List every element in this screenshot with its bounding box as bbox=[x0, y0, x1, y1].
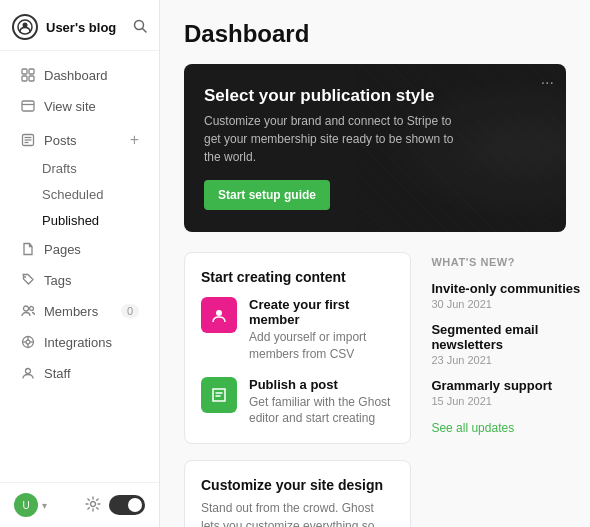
hero-description: Customize your brand and connect to Stri… bbox=[204, 112, 464, 166]
sidebar-item-staff[interactable]: Staff bbox=[6, 358, 153, 388]
svg-point-23 bbox=[26, 369, 31, 374]
news-title-3: Grammarly support bbox=[431, 378, 590, 393]
pages-label: Pages bbox=[44, 242, 81, 257]
hero-banner: ··· Select your publication style Custom… bbox=[184, 64, 566, 232]
svg-rect-7 bbox=[29, 76, 34, 81]
posts-label: Posts bbox=[44, 133, 77, 148]
main-content: Dashboard ··· Select your publication st… bbox=[160, 0, 590, 527]
left-column: Start creating content Create your first… bbox=[184, 252, 411, 527]
create-member-icon-wrap bbox=[201, 297, 237, 333]
svg-rect-8 bbox=[22, 101, 34, 111]
sidebar-item-scheduled[interactable]: Scheduled bbox=[6, 182, 153, 207]
staff-icon bbox=[20, 365, 36, 381]
publish-post-item: Publish a post Get familiar with the Gho… bbox=[201, 377, 394, 428]
news-item-3: Grammarly support 15 Jun 2021 bbox=[431, 378, 590, 407]
svg-point-24 bbox=[91, 501, 96, 506]
customize-desc: Stand out from the crowd. Ghost lets you… bbox=[201, 499, 394, 527]
create-member-desc: Add yourself or import members from CSV bbox=[249, 329, 394, 363]
sidebar-item-view-site[interactable]: View site bbox=[6, 91, 153, 121]
posts-add-icon[interactable]: + bbox=[130, 132, 139, 148]
svg-point-18 bbox=[26, 340, 30, 344]
user-avatar: U bbox=[14, 493, 38, 517]
brand-avatar bbox=[12, 14, 38, 40]
brand-left: User's blog bbox=[12, 14, 116, 40]
scheduled-label: Scheduled bbox=[42, 187, 103, 202]
posts-icon bbox=[20, 132, 36, 148]
members-badge: 0 bbox=[121, 304, 139, 318]
news-title-2: Segmented email newsletters bbox=[431, 322, 590, 352]
sidebar-item-tags[interactable]: Tags bbox=[6, 265, 153, 295]
svg-line-3 bbox=[143, 28, 147, 32]
svg-point-14 bbox=[24, 276, 26, 278]
integrations-icon bbox=[20, 334, 36, 350]
sidebar-item-dashboard[interactable]: Dashboard bbox=[6, 60, 153, 90]
publish-post-icon-wrap bbox=[201, 377, 237, 413]
members-icon bbox=[20, 303, 36, 319]
svg-point-25 bbox=[216, 310, 222, 316]
setup-guide-button[interactable]: Start setup guide bbox=[204, 180, 330, 210]
news-date-2: 23 Jun 2021 bbox=[431, 354, 590, 366]
two-column-layout: Start creating content Create your first… bbox=[184, 252, 566, 527]
view-site-icon bbox=[20, 98, 36, 114]
staff-label: Staff bbox=[44, 366, 71, 381]
start-creating-title: Start creating content bbox=[201, 269, 394, 285]
published-label: Published bbox=[42, 213, 99, 228]
tags-icon bbox=[20, 272, 36, 288]
sidebar-item-drafts[interactable]: Drafts bbox=[6, 156, 153, 181]
sidebar-item-pages[interactable]: Pages bbox=[6, 234, 153, 264]
view-site-label: View site bbox=[44, 99, 96, 114]
pages-icon bbox=[20, 241, 36, 257]
publish-post-title: Publish a post bbox=[249, 377, 394, 392]
sidebar-item-members[interactable]: Members 0 bbox=[6, 296, 153, 326]
sidebar-nav: Dashboard View site bbox=[0, 51, 159, 482]
theme-toggle[interactable] bbox=[109, 495, 145, 515]
news-date-3: 15 Jun 2021 bbox=[431, 395, 590, 407]
create-member-text: Create your first member Add yourself or… bbox=[249, 297, 394, 363]
posts-header[interactable]: Posts + bbox=[6, 125, 153, 155]
integrations-label: Integrations bbox=[44, 335, 112, 350]
sidebar-item-published[interactable]: Published bbox=[6, 208, 153, 233]
hero-title: Select your publication style bbox=[204, 86, 546, 106]
search-button[interactable] bbox=[133, 19, 147, 36]
news-item-2: Segmented email newsletters 23 Jun 2021 bbox=[431, 322, 590, 366]
svg-point-15 bbox=[24, 306, 29, 311]
svg-rect-4 bbox=[22, 69, 27, 74]
create-member-item: Create your first member Add yourself or… bbox=[201, 297, 394, 363]
whats-new-label: What's New? bbox=[431, 256, 515, 268]
news-date-1: 30 Jun 2021 bbox=[431, 298, 590, 310]
posts-section: Posts + Drafts Scheduled Published bbox=[0, 125, 159, 233]
dashboard-label: Dashboard bbox=[44, 68, 108, 83]
sidebar-bottom: U ▾ bbox=[0, 482, 159, 527]
drafts-label: Drafts bbox=[42, 161, 77, 176]
dashboard-icon bbox=[20, 67, 36, 83]
news-item-1: Invite-only communities 30 Jun 2021 bbox=[431, 281, 590, 310]
sidebar: User's blog Dashboard bbox=[0, 0, 160, 527]
start-creating-card: Start creating content Create your first… bbox=[184, 252, 411, 444]
publish-post-text: Publish a post Get familiar with the Gho… bbox=[249, 377, 394, 428]
whats-new-header: What's New? 🎁 bbox=[431, 252, 590, 271]
publish-post-desc: Get familiar with the Ghost editor and s… bbox=[249, 394, 394, 428]
news-title-1: Invite-only communities bbox=[431, 281, 590, 296]
see-all-updates-link[interactable]: See all updates bbox=[431, 421, 514, 435]
user-chevron-icon: ▾ bbox=[42, 500, 47, 511]
create-member-title: Create your first member bbox=[249, 297, 394, 327]
toggle-knob bbox=[128, 498, 142, 512]
svg-rect-6 bbox=[22, 76, 27, 81]
svg-rect-5 bbox=[29, 69, 34, 74]
tags-label: Tags bbox=[44, 273, 71, 288]
svg-point-16 bbox=[30, 307, 34, 311]
right-column: What's New? 🎁 Invite-only communities 30… bbox=[431, 252, 590, 527]
sidebar-brand: User's blog bbox=[0, 0, 159, 51]
customize-title: Customize your site design bbox=[201, 477, 394, 493]
members-label: Members bbox=[44, 304, 98, 319]
sidebar-item-integrations[interactable]: Integrations bbox=[6, 327, 153, 357]
brand-name: User's blog bbox=[46, 20, 116, 35]
settings-button[interactable] bbox=[85, 496, 101, 515]
customize-card: Customize your site design Stand out fro… bbox=[184, 460, 411, 527]
page-title: Dashboard bbox=[184, 20, 566, 48]
user-area[interactable]: U ▾ bbox=[14, 493, 47, 517]
